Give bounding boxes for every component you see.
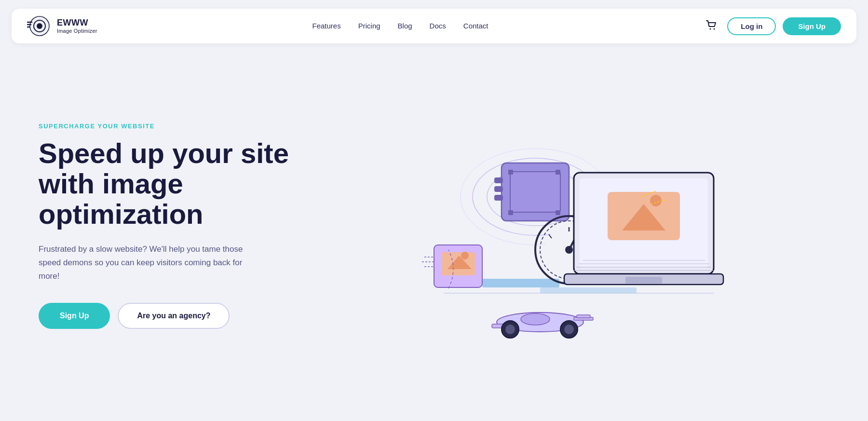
svg-rect-58 xyxy=(577,315,590,318)
svg-point-30 xyxy=(565,246,573,254)
svg-rect-23 xyxy=(494,177,503,183)
hero-subtext: Frustrated by a slow website? We'll help… xyxy=(39,243,251,283)
svg-rect-24 xyxy=(494,186,503,192)
svg-point-6 xyxy=(710,28,711,30)
svg-rect-22 xyxy=(556,210,560,215)
nav-blog[interactable]: Blog xyxy=(398,22,412,30)
logo-link[interactable]: EWWW Image Optimizer xyxy=(27,15,97,37)
logo-icon xyxy=(27,15,52,37)
hero-svg xyxy=(386,86,733,366)
hero-section: SUPERCHARGE YOUR WEBSITE Speed up your s… xyxy=(0,52,868,399)
nav-pricing[interactable]: Pricing xyxy=(358,22,380,30)
svg-rect-10 xyxy=(540,287,637,293)
svg-point-62 xyxy=(564,325,574,334)
navbar: EWWW Image Optimizer Features Pricing Bl… xyxy=(12,9,856,43)
signup-nav-button[interactable]: Sign Up xyxy=(783,17,841,35)
svg-rect-19 xyxy=(508,170,513,175)
nav-contact[interactable]: Contact xyxy=(463,22,488,30)
hero-illustration xyxy=(289,81,829,370)
signup-hero-button[interactable]: Sign Up xyxy=(39,303,110,329)
svg-rect-25 xyxy=(494,195,503,201)
svg-point-38 xyxy=(650,195,662,206)
brand-title: EWWW xyxy=(57,18,97,28)
nav-docs[interactable]: Docs xyxy=(430,22,446,30)
svg-rect-18 xyxy=(510,172,560,212)
hero-buttons: Sign Up Are you an agency? xyxy=(39,303,289,329)
logo-text: EWWW Image Optimizer xyxy=(57,18,97,34)
svg-point-50 xyxy=(461,252,469,259)
cart-icon[interactable] xyxy=(703,17,720,35)
brand-subtitle: Image Optimizer xyxy=(57,28,97,34)
svg-point-2 xyxy=(37,23,42,29)
cart-svg xyxy=(705,20,718,32)
svg-point-7 xyxy=(714,28,715,30)
hero-eyebrow: SUPERCHARGE YOUR WEBSITE xyxy=(39,122,289,130)
svg-rect-20 xyxy=(556,170,560,175)
svg-rect-46 xyxy=(625,277,662,284)
svg-rect-21 xyxy=(508,210,513,215)
svg-point-55 xyxy=(521,313,550,325)
hero-headline: Speed up your site with image optimizati… xyxy=(39,138,289,229)
nav-actions: Log in Sign Up xyxy=(703,17,841,35)
login-button[interactable]: Log in xyxy=(727,17,776,35)
svg-rect-9 xyxy=(482,279,559,287)
nav-links: Features Pricing Blog Docs Contact xyxy=(312,22,488,30)
nav-features[interactable]: Features xyxy=(312,22,341,30)
hero-content: SUPERCHARGE YOUR WEBSITE Speed up your s… xyxy=(39,122,289,328)
agency-button[interactable]: Are you an agency? xyxy=(118,303,230,329)
svg-point-60 xyxy=(505,325,515,334)
